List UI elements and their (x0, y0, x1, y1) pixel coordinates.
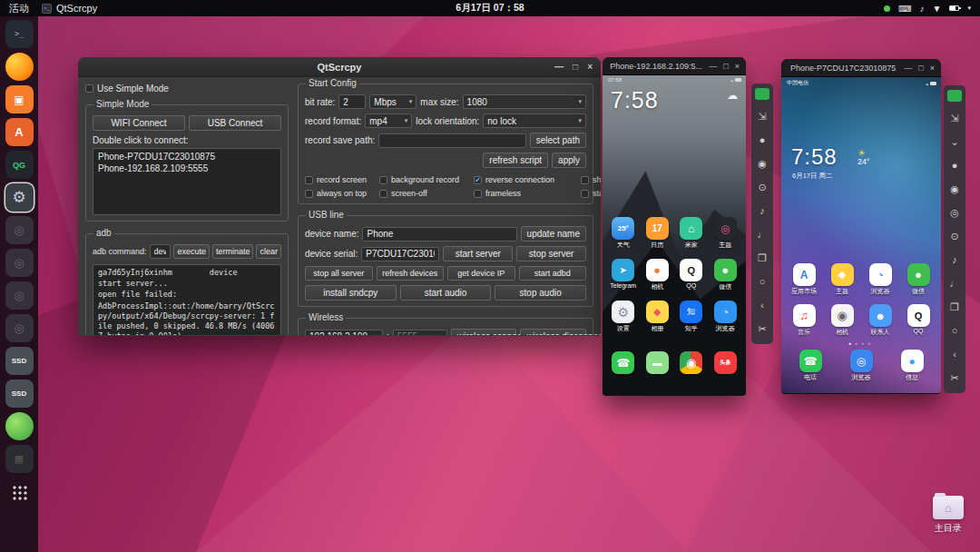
use-simple-mode-checkbox[interactable]: Use Simple Mode (85, 84, 289, 94)
phone-app-icon[interactable]: ☎ (799, 350, 822, 372)
app-qq[interactable]: QQQ (903, 304, 934, 337)
volume-up-icon[interactable]: ♪ (944, 248, 965, 271)
close-button[interactable]: × (735, 62, 740, 71)
phone2-screen[interactable]: 中国电信 ▴ 7:58 ☀ 24° 6月17日 周二 A应用市场 ◆主题 ◔浏览… (781, 77, 941, 393)
app-appgallery[interactable]: A应用市场 (789, 263, 819, 296)
chrome-app-icon[interactable]: ◉ (680, 351, 702, 374)
checkbox-box[interactable] (379, 190, 387, 198)
qq-app-icon[interactable]: Q (907, 304, 930, 327)
install-sndcpy-button[interactable]: install sndcpy (305, 285, 397, 301)
network-icon[interactable]: ▼ (933, 4, 942, 14)
battery-icon[interactable] (949, 5, 959, 11)
volume-down-icon[interactable]: ♩ (944, 271, 965, 295)
stop-audio-button[interactable]: stop audio (495, 285, 586, 301)
maximize-button[interactable]: □ (723, 62, 728, 71)
device-name-input[interactable] (362, 227, 516, 242)
home-folder-icon[interactable]: ⌂ (933, 496, 964, 519)
screen-off-icon[interactable]: ◎ (944, 201, 965, 224)
close-button[interactable]: × (587, 62, 593, 72)
record-screen-checkbox[interactable]: record screen (305, 175, 377, 184)
max-size-combo[interactable]: 1080▾ (463, 94, 586, 109)
fullscreen-icon[interactable]: ⇲ (944, 106, 965, 130)
browser-app-icon[interactable]: ◎ (850, 350, 873, 372)
wireless-port-input[interactable] (393, 330, 447, 336)
music-app-icon[interactable]: ♫ (793, 304, 816, 327)
refresh-script-button[interactable]: refresh script (483, 153, 548, 168)
app-themes[interactable]: ◆主题 (827, 263, 858, 296)
weather-app-icon[interactable]: 25° (612, 217, 634, 240)
window-titlebar[interactable]: QtScrcpy — □ × (78, 57, 601, 77)
volume-down-icon[interactable]: ♩ (751, 222, 773, 246)
reverse-connection-checkbox[interactable]: ✔reverse connection (474, 175, 579, 184)
minimize-button[interactable]: — (554, 62, 564, 72)
app-telegram[interactable]: ➤Telegram (608, 259, 639, 291)
device-serial-input[interactable] (361, 247, 439, 261)
screen-eye-icon[interactable]: ◉ (751, 152, 773, 175)
zhihu-app-icon[interactable]: 知 (680, 301, 702, 323)
refresh-devices-button[interactable]: refresh devices (377, 266, 445, 281)
telegram-app-icon[interactable]: ➤ (612, 259, 634, 281)
back-icon[interactable]: ‹ (751, 293, 773, 317)
stay-awake-checkbox[interactable]: stay awake (581, 189, 601, 198)
dock-software-icon[interactable]: A (5, 118, 34, 146)
touch-toggle-icon[interactable]: ● (944, 153, 965, 177)
usb-connect-button[interactable]: USB Connect (189, 115, 281, 131)
app-calendar[interactable]: 17日历 (642, 217, 672, 250)
screen-eye-icon[interactable]: ◉ (944, 177, 965, 201)
start-audio-button[interactable]: start audio (400, 285, 492, 301)
app-zhihu[interactable]: 知知乎 (676, 301, 707, 333)
checkbox-box[interactable] (305, 176, 313, 184)
camera-app-icon[interactable]: ● (646, 259, 669, 281)
app-contacts[interactable]: ☻联系人 (865, 304, 896, 337)
wireless-ip-input[interactable] (305, 330, 383, 336)
camera-app-icon[interactable]: ◉ (831, 304, 854, 327)
app-wechat[interactable]: ●微信 (903, 263, 934, 296)
dock-files-icon[interactable]: ▣ (5, 85, 34, 113)
appgallery-app-icon[interactable]: A (793, 263, 816, 286)
wireless-connect-button[interactable]: wireless connect (451, 329, 517, 335)
keyboard-layout-icon[interactable]: ⌨ (898, 4, 911, 14)
wechat-app-icon[interactable]: ● (907, 263, 930, 286)
dock-ssd-drive-icon[interactable]: SSD (5, 347, 34, 375)
mihome-app-icon[interactable]: ⌂ (680, 217, 702, 240)
calendar-app-icon[interactable]: 17 (646, 217, 669, 240)
checkbox-box[interactable] (474, 190, 482, 198)
checkbox-box[interactable] (379, 176, 387, 184)
dock-firefox-icon[interactable] (5, 53, 34, 81)
phone1-titlebar[interactable]: Phone-192.168.2.109:5... — □ × (603, 57, 746, 75)
dock-phone[interactable]: ☎电话 (795, 350, 826, 382)
checkbox-box-checked[interactable]: ✔ (474, 176, 482, 184)
dock-settings-icon-active[interactable]: ⚙ (5, 183, 34, 212)
dock-toutiao[interactable]: 头条 (710, 351, 740, 374)
volume-up-icon[interactable]: ♪ (751, 199, 773, 222)
dock-green-app-icon[interactable] (5, 412, 34, 440)
app-themes[interactable]: ◎主题 (710, 217, 740, 250)
screenshot-icon[interactable]: ✂ (751, 317, 773, 340)
app-camera[interactable]: ●相机 (642, 259, 672, 291)
app-switch-icon[interactable]: ❐ (751, 246, 773, 270)
adb-command-input[interactable] (150, 244, 172, 259)
dock-app-icon[interactable]: ◎ (5, 249, 34, 277)
focused-app-menu[interactable]: >_ QtScrcpy (42, 3, 97, 14)
expand-icon[interactable]: ⌄ (944, 130, 965, 153)
power-icon[interactable]: ⊙ (751, 175, 773, 199)
dock-terminal-icon[interactable]: >_ (5, 20, 34, 48)
browser-app-icon[interactable]: ◔ (714, 301, 737, 323)
app-settings[interactable]: ⚙设置 (608, 301, 639, 333)
home-folder-shortcut[interactable]: ⌂ 主目录 (926, 496, 971, 535)
device-list[interactable]: Phone-P7CDU17C23010875 Phone-192.168.2.1… (93, 148, 281, 215)
get-device-ip-button[interactable]: get device IP (447, 266, 515, 281)
screenshot-icon[interactable]: ✂ (944, 366, 965, 389)
device-list-item[interactable]: Phone-192.168.2.109:5555 (93, 163, 280, 174)
app-browser[interactable]: ◔浏览器 (865, 263, 896, 296)
dock-app-icon[interactable]: ◎ (5, 281, 34, 310)
start-adbd-button[interactable]: start adbd (519, 266, 587, 281)
screen-off-checkbox[interactable]: screen-off (379, 189, 472, 198)
wifi-connect-button[interactable]: WIFI Connect (93, 115, 185, 131)
dock-qg-app-icon[interactable]: QG (5, 151, 34, 179)
clear-button[interactable]: clear (256, 244, 281, 259)
toutiao-app-icon[interactable]: 头条 (714, 351, 737, 374)
maximize-button[interactable]: □ (918, 64, 923, 73)
bit-rate-unit-combo[interactable]: Mbps▾ (369, 94, 416, 109)
back-icon[interactable]: ‹ (944, 342, 965, 366)
